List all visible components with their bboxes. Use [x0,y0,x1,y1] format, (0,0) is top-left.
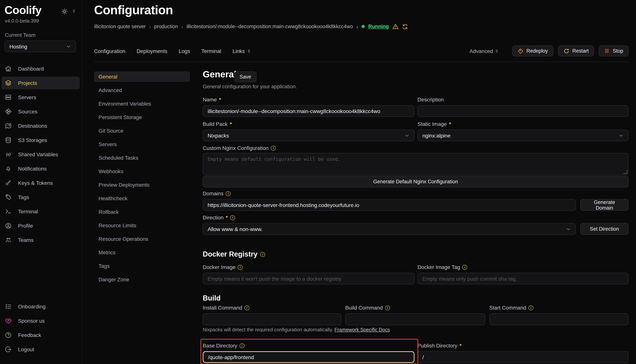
sidebar-item-destinations[interactable]: Destinations [2,120,80,132]
sidebar-item-s3-storages[interactable]: S3 Storages [2,134,80,146]
direction-select[interactable]: Allow www & non-www. [203,223,576,235]
sidebar-item-onboarding[interactable]: Onboarding [2,300,80,313]
sidebar-item-keys-tokens[interactable]: Keys & Tokens [2,176,80,189]
custom-nginx-textarea[interactable] [203,153,628,175]
tag-icon [5,194,12,200]
generate-domain-button[interactable]: Generate Domain [580,199,628,211]
info-icon[interactable]: i [230,215,235,220]
sidebar-item-shared-variables[interactable]: (x) Shared Variables [2,148,80,161]
subnav-item-advanced[interactable]: Advanced [94,85,190,96]
base-directory-input[interactable] [203,351,414,363]
info-icon[interactable]: i [271,146,276,150]
info-icon[interactable]: i [240,343,245,348]
sidebar-item-notifications[interactable]: Notifications [2,162,80,175]
sidebar-item-profile[interactable]: Profile [2,220,80,232]
sidebar-item-dashboard[interactable]: Dashboard [2,62,80,75]
sidebar-item-teams[interactable]: Teams [2,234,80,246]
required-marker: * [460,342,462,348]
sidebar-item-tags[interactable]: Tags [2,191,80,204]
subnav-item-general[interactable]: General [94,71,190,82]
tab-terminal[interactable]: Terminal [201,48,221,54]
sidebar-item-logout[interactable]: Logout [2,343,80,356]
info-icon[interactable]: i [260,252,265,257]
subnav-item-tags[interactable]: Tags [94,261,190,271]
refresh-icon[interactable] [402,24,408,30]
static-image-select[interactable]: nginx:alpine [417,130,628,141]
sidebar-item-projects[interactable]: Projects [2,77,80,90]
users-icon [5,237,12,244]
subnav-item-webhooks[interactable]: Webhooks [94,166,190,176]
subnav-item-rollback[interactable]: Rollback [94,206,190,217]
stop-button[interactable]: Stop [599,46,628,56]
build-command-input[interactable] [345,313,485,325]
description-label: Description [417,96,444,102]
subnav-item-servers[interactable]: Servers [94,139,190,150]
generate-nginx-button[interactable]: Generate Default Nginx Configuration [203,176,628,188]
docker-image-input[interactable] [203,273,414,284]
advanced-dropdown[interactable]: Advanced [470,48,499,54]
set-direction-button[interactable]: Set Direction [580,223,628,235]
subnav-item-persistent-storage[interactable]: Persistent Storage [94,112,190,122]
info-icon[interactable]: i [528,305,533,310]
install-command-label: Install Commandi [203,305,249,311]
build-pack-select[interactable]: Nixpacks [203,130,414,141]
chevron-down-icon [566,226,571,232]
theme-toggle-sun-icon[interactable] [61,8,68,15]
subnav-item-danger-zone[interactable]: Danger Zone [94,274,190,285]
domains-input[interactable] [203,199,576,211]
docker-image-tag-input[interactable] [417,273,628,284]
tab-configuration[interactable]: Configuration [94,48,125,54]
start-command-input[interactable] [489,313,628,325]
subnav-item-environment-variables[interactable]: Environment Variables [94,98,190,109]
subnav-item-healthcheck[interactable]: Healthcheck [94,193,190,204]
chevrons-up-down-icon[interactable] [72,9,76,14]
sidebar-item-servers[interactable]: Servers [2,91,80,104]
build-heading: Build [203,294,221,302]
chevron-down-icon [404,133,409,138]
current-team-label: Current Team [5,32,36,38]
redeploy-icon [517,48,523,54]
sidebar-item-sources[interactable]: Sources [2,105,80,118]
name-input[interactable] [203,105,414,117]
tab-deployments[interactable]: Deployments [137,48,167,54]
info-icon[interactable]: i [385,305,390,310]
tab-links[interactable]: Links [233,48,251,54]
info-icon[interactable]: i [238,265,243,270]
framework-docs-link[interactable]: Framework Specific Docs [334,327,390,332]
sidebar-item-terminal[interactable]: Terminal [2,205,80,218]
breadcrumb-environment[interactable]: production [154,24,178,29]
breadcrumb-application[interactable]: illicitestonion/-module--decomposition:m… [186,24,353,29]
docker-registry-heading: Docker Registryi [203,250,265,258]
subnav-item-resource-limits[interactable]: Resource Limits [94,220,190,231]
redeploy-button[interactable]: Redeploy [512,46,553,56]
docker-image-label: Docker Imagei [203,264,243,270]
save-button[interactable]: Save [234,71,257,82]
sidebar-item-feedback[interactable]: Feedback [2,329,80,342]
sidebar-item-label: Dashboard [18,66,44,72]
description-input[interactable] [417,105,628,117]
team-select[interactable]: Hosting [5,40,76,52]
install-command-input[interactable] [203,313,341,325]
sidebar-item-label: Destinations [18,123,47,129]
warning-icon[interactable] [392,23,399,30]
info-icon[interactable]: i [226,191,231,196]
info-icon[interactable]: i [245,305,249,310]
sidebar-item-sponsor-us[interactable]: Sponsor us [2,314,80,327]
svg-text:(x): (x) [6,152,11,156]
subnav-item-preview-deployments[interactable]: Preview Deployments [94,180,190,190]
subnav-item-metrics[interactable]: Metrics [94,247,190,258]
publish-directory-input[interactable] [417,351,628,363]
page-title: Configuration [94,3,173,17]
status-badge[interactable]: Running [368,24,389,29]
top-actions: Advanced Redeploy Restart Stop [470,46,628,56]
subnav-item-resource-operations[interactable]: Resource Operations [94,234,190,244]
subnav-item-git-source[interactable]: Git Source [94,126,190,136]
layers-icon [5,80,12,86]
subnav-item-scheduled-tasks[interactable]: Scheduled Tasks [94,152,190,163]
user-circle-icon [5,222,12,229]
breadcrumb-separator: › [356,24,358,30]
tab-logs[interactable]: Logs [179,48,190,54]
info-icon[interactable]: i [463,265,467,270]
restart-button[interactable]: Restart [558,46,594,56]
breadcrumb-project[interactable]: illicitonion quote server [94,24,146,29]
